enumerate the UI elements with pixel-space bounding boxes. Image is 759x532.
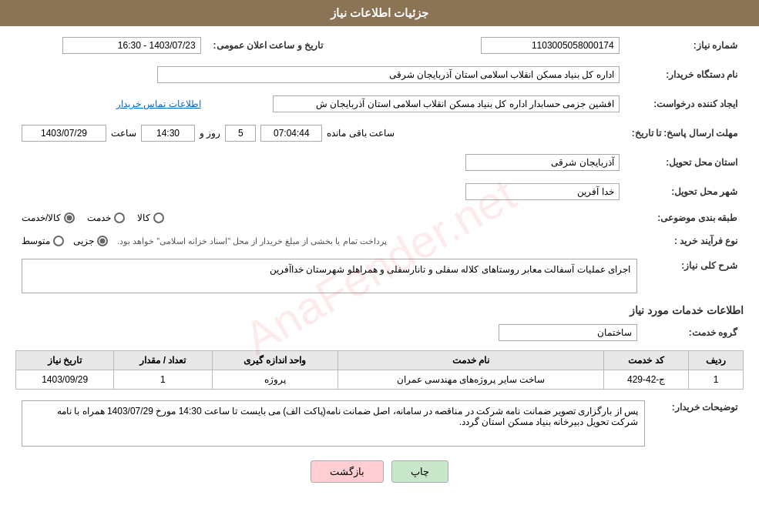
tozihat-label: توضیحات خریدار: (651, 397, 744, 450)
name-dastesgah-value: اداره کل بنیاد مسکن انقلاب اسلامی استان … (15, 63, 626, 86)
farayand-text: پرداخت تمام یا بخشی از مبلغ خریدار از مح… (117, 236, 387, 246)
row-gorooh-khadamat: گروه خدمت: ساختمان (15, 321, 744, 344)
main-info-table: شماره نیاز: 1103005058000174 تاریخ و ساع… (15, 34, 744, 249)
tozihat-value: پس از بارگزاری تصویر ضمانت نامه شرکت در … (15, 397, 651, 450)
row-tozihat: توضیحات خریدار: پس از بارگزاری تصویر ضما… (15, 397, 744, 450)
ijad-konande-input: افشین جزمی حسابدار اداره کل بنیاد مسکن ا… (273, 95, 620, 112)
gorooh-khadamat-value: ساختمان (15, 321, 643, 344)
baqi-mande-label: ساعت باقی مانده (327, 128, 395, 139)
kala-label: کالا (137, 212, 150, 223)
row-ijad-konande: ایجاد کننده درخواست: افشین جزمی حسابدار … (15, 92, 744, 115)
tozihat-box: پس از بارگزاری تصویر ضمانت نامه شرکت در … (22, 400, 645, 447)
col-tedad: تعداد / مقدار (114, 351, 212, 370)
shahr-input: خدا آفرین (465, 183, 620, 200)
col-name: نام خدمت (338, 351, 604, 370)
back-button[interactable]: بازگشت (311, 460, 384, 483)
button-row: چاپ بازگشت (15, 460, 744, 483)
ijad-konande-value: افشین جزمی حسابدار اداره کل بنیاد مسکن ا… (207, 92, 626, 115)
shahr-value: خدا آفرین (15, 180, 626, 203)
jozee-label: جزیی (73, 236, 94, 246)
tozihat-table: توضیحات خریدار: پس از بارگزاری تصویر ضما… (15, 397, 744, 450)
process-row: متوسط جزیی پرداخت تمام یا بخشی از مبلغ خ… (22, 236, 620, 246)
shomara-input: 1103005058000174 (481, 37, 620, 54)
col-tarikh: تاریخ نیاز (16, 351, 114, 370)
services-table-body: 1 ج-42-429 ساخت سایر پروژه‌های مهندسی عم… (16, 370, 744, 390)
gorooh-khadamat-label: گروه خدمت: (643, 321, 744, 344)
tarikh-saat-input: 1403/07/23 - 16:30 (62, 37, 201, 54)
mohlat-value: 1403/07/29 ساعت 14:30 روز و 5 07:04:44 س… (15, 122, 626, 145)
saat-input: 14:30 (141, 125, 195, 142)
col-radif: ردیف (688, 351, 743, 370)
page-header: جزئیات اطلاعات نیاز (0, 0, 759, 26)
sharh-kolli-value: اجرای عملیات آسفالت معابر روستاهای کلاله… (15, 256, 643, 296)
nooe-farayand-value: متوسط جزیی پرداخت تمام یا بخشی از مبلغ خ… (15, 233, 626, 249)
row-shomara: شماره نیاز: 1103005058000174 تاریخ و ساع… (15, 34, 744, 57)
tabaqe-label: طبقه بندی موضوعی: (626, 209, 744, 226)
ostan-label: استان محل تحویل: (626, 151, 744, 174)
sharh-kolli-label: شرح کلی نیاز: (643, 256, 744, 296)
mohlat-label: مهلت ارسال پاسخ: تا تاریخ: (626, 122, 744, 145)
etelaate-tamas-link[interactable]: اطلاعات تماس خریدار (116, 99, 201, 109)
sharh-kolli-table: شرح کلی نیاز: اجرای عملیات آسفالت معابر … (15, 256, 744, 296)
sharh-kolli-text: اجرای عملیات آسفالت معابر روستاهای کلاله… (270, 264, 630, 275)
radio-jozee-circle[interactable] (97, 236, 108, 246)
process-jozee[interactable]: جزیی (73, 236, 108, 246)
cell-tarikh: 1403/09/29 (16, 370, 114, 390)
kala-khadamat-label: کالا/خدمت (22, 212, 61, 223)
services-table-head: ردیف کد خدمت نام خدمت واحد اندازه گیری ت… (16, 351, 744, 370)
roz-label: روز و (200, 128, 220, 139)
col-code: کد خدمت (604, 351, 689, 370)
date-row: 1403/07/29 ساعت 14:30 روز و 5 07:04:44 س… (22, 125, 620, 142)
radio-kala-khadamat[interactable]: کالا/خدمت (22, 212, 75, 223)
row-ostan: استان محل تحویل: آذربایجان شرقی (15, 151, 744, 174)
motavasset-label: متوسط (22, 236, 50, 246)
date1-input: 1403/07/29 (22, 125, 106, 142)
khadamat-label: خدمت (87, 212, 111, 223)
gorooh-khadamat-table: گروه خدمت: ساختمان (15, 321, 744, 344)
tarikh-saat-value: 1403/07/23 - 16:30 (15, 34, 207, 57)
nooe-farayand-label: نوع فرآیند خرید : (626, 233, 744, 249)
ostan-input: آذربایجان شرقی (465, 154, 620, 171)
tabaqe-value: کالا/خدمت خدمت کالا (15, 209, 626, 226)
header-title: جزئیات اطلاعات نیاز (331, 6, 428, 19)
gorooh-khadamat-input: ساختمان (499, 324, 637, 341)
cell-radif: 1 (688, 370, 743, 390)
col-vahed: واحد اندازه گیری (212, 351, 338, 370)
row-tabaqe: طبقه بندی موضوعی: کالا/خدمت خدمت کالا (15, 209, 744, 226)
row-sharh-kolli: شرح کلی نیاز: اجرای عملیات آسفالت معابر … (15, 256, 744, 296)
cell-tedad: 1 (114, 370, 212, 390)
radio-motavasset-circle[interactable] (53, 236, 64, 246)
name-dastesgah-label: نام دستگاه خریدار: (626, 63, 744, 86)
radio-kala[interactable]: کالا (137, 212, 164, 223)
services-header-row: ردیف کد خدمت نام خدمت واحد اندازه گیری ت… (16, 351, 744, 370)
saat-label: ساعت (111, 128, 136, 139)
content-area: شماره نیاز: 1103005058000174 تاریخ و ساع… (0, 26, 759, 501)
shomara-label: شماره نیاز: (626, 34, 744, 57)
row-nooe-farayand: نوع فرآیند خرید : متوسط جزیی پرداخت تمام… (15, 233, 744, 249)
row-mohlat: مهلت ارسال پاسخ: تا تاریخ: 1403/07/29 سا… (15, 122, 744, 145)
radio-khadamat-circle[interactable] (114, 212, 125, 223)
row-shahr: شهر محل تحویل: خدا آفرین (15, 180, 744, 203)
tarikh-saat-label: تاریخ و ساعت اعلان عمومی: (207, 34, 329, 57)
cell-vahed: پروژه (212, 370, 338, 390)
tozihat-text: پس از بارگزاری تصویر ضمانت نامه شرکت در … (57, 406, 638, 427)
radio-kala-circle[interactable] (153, 212, 164, 223)
roz-input: 5 (225, 125, 256, 142)
radio-khadamat[interactable]: خدمت (87, 212, 125, 223)
print-button[interactable]: چاپ (391, 460, 448, 483)
tabaqe-radio-group: کالا/خدمت خدمت کالا (22, 212, 620, 223)
baqi-mande-input: 07:04:44 (260, 125, 322, 142)
ijad-konande-label: ایجاد کننده درخواست: (626, 92, 744, 115)
sharh-kolli-box: اجرای عملیات آسفالت معابر روستاهای کلاله… (22, 259, 637, 293)
table-row: 1 ج-42-429 ساخت سایر پروژه‌های مهندسی عم… (16, 370, 744, 390)
shomara-value: 1103005058000174 (344, 34, 626, 57)
shahr-label: شهر محل تحویل: (626, 180, 744, 203)
etelaat-khadamat-title: اطلاعات خدمات مورد نیاز (15, 304, 744, 316)
process-motavasset[interactable]: متوسط (22, 236, 64, 246)
page-wrapper: جزئیات اطلاعات نیاز شماره نیاز: 11030050… (0, 0, 759, 532)
name-dastesgah-input: اداره کل بنیاد مسکن انقلاب اسلامی استان … (157, 66, 620, 83)
cell-code: ج-42-429 (604, 370, 689, 390)
radio-kala-khadamat-circle[interactable] (64, 212, 75, 223)
ostan-value: آذربایجان شرقی (15, 151, 626, 174)
services-table: ردیف کد خدمت نام خدمت واحد اندازه گیری ت… (15, 350, 744, 390)
